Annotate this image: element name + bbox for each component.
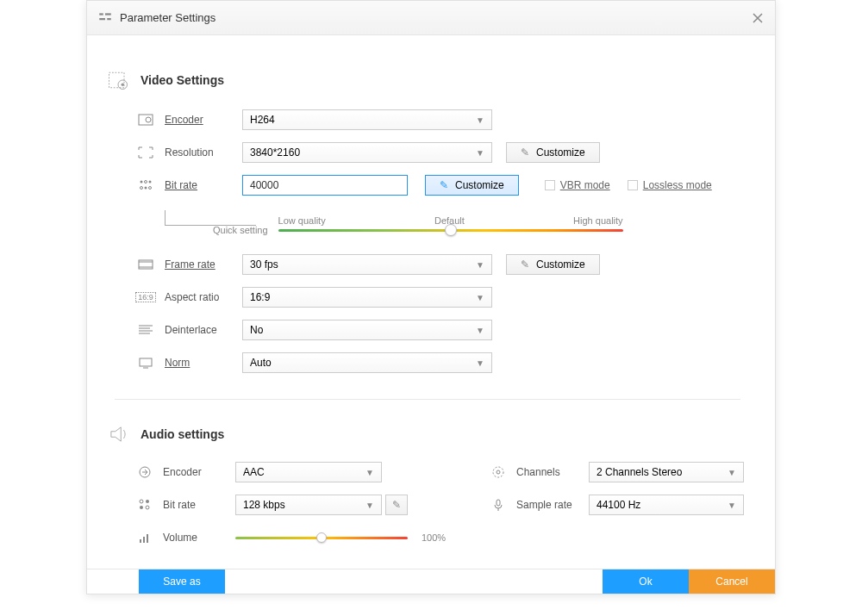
channels-icon <box>489 465 508 479</box>
audio-bitrate-icon <box>135 498 154 512</box>
chevron-down-icon: ▼ <box>476 115 484 125</box>
bitrate-label: Bit rate <box>165 179 242 191</box>
quality-slider-thumb[interactable] <box>445 224 457 236</box>
samplerate-select[interactable]: 44100 Hz▼ <box>589 495 744 515</box>
save-as-button[interactable]: Save as <box>139 569 225 594</box>
svg-point-29 <box>140 506 143 509</box>
svg-rect-31 <box>497 500 500 506</box>
svg-point-14 <box>149 187 152 190</box>
titlebar: Parameter Settings <box>87 1 775 35</box>
audio-section-header: Audio settings <box>104 420 751 448</box>
framerate-icon <box>135 258 156 271</box>
bitrate-icon <box>135 179 156 191</box>
resolution-select[interactable]: 3840*2160▼ <box>242 142 492 163</box>
svg-point-12 <box>141 187 143 190</box>
svg-point-6 <box>122 84 125 87</box>
svg-rect-0 <box>99 13 103 15</box>
svg-point-26 <box>497 470 500 474</box>
chevron-down-icon: ▼ <box>728 501 736 510</box>
chevron-down-icon: ▼ <box>365 468 374 477</box>
settings-icon <box>97 10 113 26</box>
samplerate-row: Sample rate 44100 Hz▼ <box>489 491 751 519</box>
quality-high-label: High quality <box>573 215 622 226</box>
norm-icon <box>135 357 156 369</box>
pencil-icon: ✎ <box>392 499 401 511</box>
aspect-row: 16:9 Aspect ratio 16:9▼ <box>104 282 751 313</box>
encoder-select[interactable]: H264▼ <box>242 109 492 130</box>
chevron-down-icon: ▼ <box>365 501 374 510</box>
svg-point-9 <box>141 181 143 184</box>
pencil-icon: ✎ <box>440 179 448 191</box>
bitrate-row: Bit rate ✎Customize VBR mode Lossless mo… <box>104 170 751 201</box>
ok-button[interactable]: Ok <box>603 569 689 594</box>
aspect-label: Aspect ratio <box>165 291 242 303</box>
speaker-icon <box>104 420 132 448</box>
audio-encoder-label: Encoder <box>163 466 235 478</box>
audio-bitrate-select[interactable]: 128 kbps▼ <box>235 495 382 515</box>
cancel-button[interactable]: Cancel <box>689 569 775 594</box>
deinterlace-label: Deinterlace <box>165 324 242 336</box>
encoder-label: Encoder <box>165 114 242 126</box>
quality-low-label: Low quality <box>278 215 326 226</box>
channels-select[interactable]: 2 Channels Stereo▼ <box>589 462 744 482</box>
window-title: Parameter Settings <box>120 11 751 24</box>
norm-select[interactable]: Auto▼ <box>242 352 492 373</box>
audio-bitrate-row: Bit rate 128 kbps▼ ✎ <box>135 491 489 519</box>
chevron-down-icon: ▼ <box>476 148 484 158</box>
audio-encoder-row: Encoder AAC▼ <box>135 458 489 486</box>
norm-label: Norm <box>165 357 242 369</box>
chevron-down-icon: ▼ <box>476 358 484 368</box>
aspect-select[interactable]: 16:9▼ <box>242 287 492 308</box>
svg-rect-1 <box>105 13 111 15</box>
parameter-settings-dialog: Parameter Settings Video Settings Encode… <box>86 0 776 594</box>
framerate-customize-button[interactable]: ✎Customize <box>506 254 600 275</box>
audio-bitrate-edit-button[interactable]: ✎ <box>385 495 408 515</box>
svg-point-8 <box>146 117 151 122</box>
video-section-header: Video Settings <box>104 66 751 94</box>
quality-slider[interactable]: Low quality Default High quality <box>278 215 623 232</box>
dialog-content: Video Settings Encoder H264▼ Resolution … <box>87 35 775 569</box>
volume-icon <box>135 531 154 544</box>
volume-label: Volume <box>163 532 235 544</box>
audio-bitrate-label: Bit rate <box>163 499 235 511</box>
section-divider <box>115 399 740 400</box>
encoder-icon <box>135 114 156 126</box>
lossless-checkbox[interactable] <box>628 180 638 190</box>
volume-value: 100% <box>422 532 446 543</box>
svg-point-27 <box>140 500 143 503</box>
chevron-down-icon: ▼ <box>728 468 736 477</box>
resolution-customize-button[interactable]: ✎Customize <box>506 142 600 163</box>
svg-rect-22 <box>140 358 152 366</box>
quick-setting-label: Quick setting <box>213 225 268 235</box>
deinterlace-select[interactable]: No▼ <box>242 320 492 340</box>
svg-rect-34 <box>147 534 148 543</box>
volume-slider-thumb[interactable] <box>316 532 327 543</box>
lossless-label[interactable]: Lossless mode <box>643 179 712 191</box>
chevron-down-icon: ▼ <box>476 260 484 270</box>
audio-encoder-select[interactable]: AAC▼ <box>235 462 382 482</box>
audio-encoder-icon <box>135 465 154 479</box>
bitrate-customize-button[interactable]: ✎Customize <box>425 175 519 196</box>
svg-point-28 <box>146 500 149 503</box>
microphone-icon <box>489 498 508 512</box>
channels-row: Channels 2 Channels Stereo▼ <box>489 458 751 486</box>
video-section-title: Video Settings <box>141 73 224 87</box>
vbr-checkbox[interactable] <box>545 180 555 190</box>
chevron-down-icon: ▼ <box>476 293 484 302</box>
svg-point-30 <box>146 506 149 509</box>
resolution-label: Resolution <box>165 146 242 159</box>
svg-point-13 <box>145 187 147 190</box>
close-icon[interactable] <box>751 11 765 25</box>
svg-point-11 <box>149 181 152 184</box>
framerate-label: Frame rate <box>165 258 242 271</box>
vbr-label[interactable]: VBR mode <box>560 179 610 191</box>
deinterlace-row: Deinterlace No▼ <box>104 314 751 345</box>
svg-rect-2 <box>99 18 105 20</box>
svg-point-25 <box>493 467 503 477</box>
volume-slider[interactable] <box>235 537 408 539</box>
samplerate-label: Sample rate <box>516 499 589 511</box>
deinterlace-icon <box>135 324 156 336</box>
bitrate-input[interactable] <box>242 175 408 196</box>
quick-setting-row: Quick setting Low quality Default High q… <box>104 204 751 242</box>
framerate-select[interactable]: 30 fps▼ <box>242 254 492 275</box>
